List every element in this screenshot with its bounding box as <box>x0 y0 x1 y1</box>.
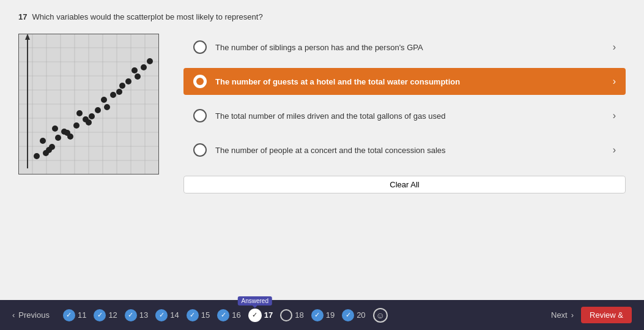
svg-point-38 <box>116 89 122 95</box>
nav-11[interactable]: ✓ 11 <box>63 309 86 321</box>
check-16: ✓ <box>217 309 229 321</box>
num-16: 16 <box>232 310 240 320</box>
option-a[interactable]: The number of siblings a person has and … <box>183 34 626 61</box>
num-20: 20 <box>357 310 365 320</box>
option-d-arrow: › <box>613 144 616 156</box>
svg-point-42 <box>131 67 138 73</box>
svg-point-26 <box>55 135 61 141</box>
clear-all-button[interactable]: Clear All <box>183 176 626 193</box>
svg-point-37 <box>110 92 116 98</box>
review-button[interactable]: Review & <box>581 307 632 323</box>
next-label: Next <box>551 310 568 320</box>
scatterplot-container <box>18 34 159 177</box>
scatterplot-image <box>18 34 159 174</box>
svg-point-36 <box>101 97 107 103</box>
main-content: 17 Which variables would the scatterplot… <box>0 0 644 300</box>
nav-20[interactable]: ✓ 20 <box>342 309 365 321</box>
svg-point-45 <box>46 147 52 153</box>
num-13: 13 <box>139 310 148 320</box>
previous-button[interactable]: ‹ Previous <box>12 310 50 320</box>
check-15: ✓ <box>187 309 199 321</box>
svg-point-46 <box>64 130 70 136</box>
nav-14[interactable]: ✓ 14 <box>155 309 179 321</box>
radio-a[interactable] <box>193 40 207 54</box>
smiley-icon[interactable]: ☺ <box>373 308 388 323</box>
bottom-navigation: ‹ Previous ✓ 11 ✓ 12 ✓ 13 ✓ 14 ✓ 15 ✓ 16… <box>0 300 644 330</box>
option-c[interactable]: The total number of miles driven and the… <box>183 102 626 129</box>
svg-point-47 <box>86 119 92 126</box>
option-d[interactable]: The number of people at a concert and th… <box>183 137 626 163</box>
check-19: ✓ <box>311 309 324 321</box>
nav-17[interactable]: Answered ✓ 17 <box>248 309 273 322</box>
check-11: ✓ <box>63 309 75 321</box>
option-d-text: The number of people at a concert and th… <box>215 146 446 155</box>
nav-12[interactable]: ✓ 12 <box>94 309 117 321</box>
nav-18[interactable]: 18 <box>280 309 303 321</box>
circle-18 <box>280 309 292 321</box>
option-c-arrow: › <box>613 110 616 121</box>
radio-b-inner <box>196 78 204 85</box>
num-14: 14 <box>170 310 179 320</box>
svg-point-34 <box>95 107 101 113</box>
option-b-text: The number of guests at a hotel and the … <box>215 77 460 86</box>
num-11: 11 <box>78 310 86 320</box>
svg-point-40 <box>125 78 131 84</box>
svg-point-25 <box>40 138 46 144</box>
content-area: The number of siblings a person has and … <box>18 34 626 193</box>
nav-15[interactable]: ✓ 15 <box>187 309 210 321</box>
radio-c[interactable] <box>193 109 207 122</box>
num-19: 19 <box>326 310 335 320</box>
nav-19[interactable]: ✓ 19 <box>311 309 335 321</box>
radio-b[interactable] <box>193 75 207 88</box>
svg-point-29 <box>52 126 58 132</box>
option-b[interactable]: The number of guests at a hotel and the … <box>183 68 626 95</box>
review-label: Review & <box>590 310 623 320</box>
radio-d[interactable] <box>193 143 207 157</box>
question-number: 17 <box>18 12 27 21</box>
svg-point-39 <box>119 83 125 89</box>
option-a-text: The number of siblings a person has and … <box>215 43 423 52</box>
prev-chevron-icon: ‹ <box>12 310 15 320</box>
num-12: 12 <box>108 310 117 320</box>
answered-badge: Answered <box>238 296 272 306</box>
question-header: 17 Which variables would the scatterplot… <box>18 12 626 21</box>
next-button[interactable]: Next › <box>551 310 574 320</box>
svg-point-44 <box>147 58 153 64</box>
num-18: 18 <box>295 310 303 320</box>
svg-point-41 <box>135 73 141 80</box>
check-13: ✓ <box>125 309 137 321</box>
nav-16[interactable]: ✓ 16 <box>217 309 240 321</box>
option-a-arrow: › <box>613 42 616 53</box>
svg-point-33 <box>89 113 95 119</box>
previous-label: Previous <box>18 310 50 320</box>
option-c-text: The total number of miles driven and the… <box>215 111 446 121</box>
option-b-arrow: › <box>613 76 616 87</box>
check-17: Answered ✓ <box>248 309 262 322</box>
nav-13[interactable]: ✓ 13 <box>125 309 148 321</box>
svg-point-43 <box>141 64 147 70</box>
svg-point-35 <box>104 104 110 110</box>
num-17: 17 <box>264 310 273 320</box>
svg-point-30 <box>73 122 80 129</box>
options-area: The number of siblings a person has and … <box>183 34 626 193</box>
num-15: 15 <box>201 310 210 320</box>
question-text: Which variables would the scatterplot be… <box>32 12 262 21</box>
svg-point-32 <box>76 110 83 116</box>
check-14: ✓ <box>155 309 168 321</box>
svg-point-22 <box>34 153 40 159</box>
check-20: ✓ <box>342 309 354 321</box>
check-12: ✓ <box>94 309 106 321</box>
next-chevron-icon: › <box>571 310 574 320</box>
